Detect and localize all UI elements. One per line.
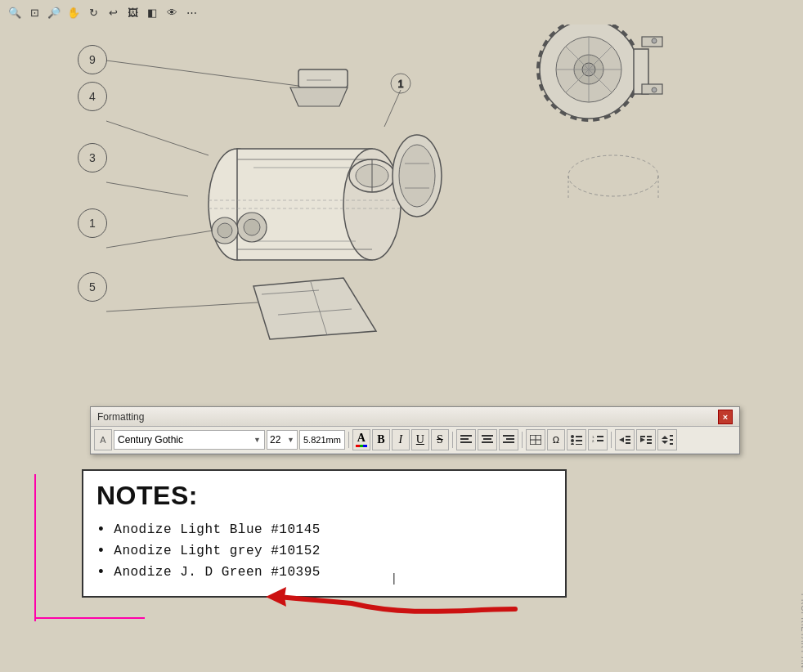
eye-icon[interactable]: 👁 xyxy=(164,4,180,20)
font-mm-display: 5.821mm xyxy=(299,430,345,450)
dialog-title: Formatting xyxy=(97,411,144,423)
svg-rect-57 xyxy=(483,438,491,440)
svg-rect-70 xyxy=(576,444,582,445)
cad-drawing: 1 xyxy=(0,25,803,396)
text-color-bar-icon xyxy=(356,445,367,447)
insert-table-button[interactable] xyxy=(526,429,545,450)
image-icon[interactable]: 🖼 xyxy=(124,4,141,20)
balloon-1: 1 xyxy=(78,208,107,238)
text-color-a-label: A xyxy=(357,432,366,444)
svg-rect-88 xyxy=(670,443,673,445)
svg-rect-74 xyxy=(597,440,603,441)
dialog-titlebar: Formatting × xyxy=(91,407,739,427)
svg-point-69 xyxy=(571,443,574,445)
svg-rect-59 xyxy=(503,435,514,437)
strikethrough-button[interactable]: S xyxy=(431,429,449,450)
watermark: PROPRIETARY AN xyxy=(800,594,803,669)
bullets-icon xyxy=(571,435,582,445)
font-size-dropdown[interactable]: 22 ▼ xyxy=(267,430,298,450)
separator-3 xyxy=(522,432,523,448)
border-line-horizontal xyxy=(34,617,145,619)
balloon-3: 3 xyxy=(78,143,107,172)
svg-point-41 xyxy=(652,87,657,92)
font-name-dropdown[interactable]: Century Gothic ▼ xyxy=(114,430,265,450)
svg-rect-53 xyxy=(460,435,472,437)
align-right-icon xyxy=(503,435,514,445)
zoom-realtime-icon[interactable]: 🔍 xyxy=(7,4,23,20)
line-spacing-button[interactable] xyxy=(657,429,677,450)
more-icon[interactable]: ⋯ xyxy=(183,4,200,20)
svg-rect-66 xyxy=(576,436,582,437)
symbols-button[interactable]: Ω xyxy=(547,429,565,450)
svg-rect-54 xyxy=(460,438,469,440)
svg-marker-85 xyxy=(662,441,668,444)
svg-rect-81 xyxy=(647,436,652,437)
align-left-button[interactable] xyxy=(456,429,476,450)
orbit-icon[interactable]: ↻ xyxy=(85,4,101,20)
decrease-indent-button[interactable] xyxy=(615,429,635,450)
svg-rect-83 xyxy=(647,442,652,444)
svg-rect-68 xyxy=(576,440,582,441)
svg-point-67 xyxy=(571,439,574,442)
pan-icon[interactable]: ✋ xyxy=(65,4,82,20)
svg-point-14 xyxy=(399,145,435,207)
svg-point-65 xyxy=(571,435,574,438)
increase-indent-icon xyxy=(640,435,652,445)
toolbar: 🔍 ⊡ 🔎 ✋ ↻ ↩ 🖼 ◧ 👁 ⋯ xyxy=(0,0,803,25)
notes-title: NOTES: xyxy=(96,481,552,511)
dialog-close-button[interactable]: × xyxy=(718,410,733,424)
formatting-dialog: Formatting × A Century Gothic ▼ 22 ▼ 5.8… xyxy=(90,406,740,455)
bold-button[interactable]: B xyxy=(372,429,390,450)
svg-rect-61 xyxy=(503,441,514,443)
svg-rect-78 xyxy=(626,442,630,444)
view-icon[interactable]: ◧ xyxy=(144,4,160,20)
separator-1 xyxy=(348,432,349,448)
list-item: Anodize Light Blue #10145 xyxy=(96,519,552,540)
zoom-window-icon[interactable]: ⊡ xyxy=(26,4,43,20)
svg-marker-89 xyxy=(266,587,286,607)
svg-rect-58 xyxy=(482,441,493,443)
align-center-icon xyxy=(482,435,493,445)
svg-rect-80 xyxy=(640,436,645,437)
align-left-icon xyxy=(460,435,472,445)
svg-marker-79 xyxy=(640,437,645,442)
balloon-4: 4 xyxy=(78,82,107,111)
balloon-5: 9 xyxy=(78,45,107,74)
border-line-vertical xyxy=(34,474,36,621)
text-color-button[interactable]: A xyxy=(352,429,370,450)
italic-button[interactable]: I xyxy=(392,429,410,450)
svg-point-21 xyxy=(244,219,260,235)
svg-rect-77 xyxy=(626,439,630,441)
font-dropdown-arrow-icon: ▼ xyxy=(253,436,261,444)
separator-2 xyxy=(452,432,453,448)
increase-indent-button[interactable] xyxy=(636,429,656,450)
svg-rect-17 xyxy=(298,69,348,87)
svg-rect-87 xyxy=(670,439,673,441)
svg-rect-55 xyxy=(460,441,472,443)
align-center-button[interactable] xyxy=(478,429,497,450)
numbered-list-button[interactable]: 1. 2. xyxy=(588,429,608,450)
underline-button[interactable]: U xyxy=(411,429,429,450)
insert-table-icon xyxy=(530,435,541,445)
separator-4 xyxy=(611,432,612,448)
arrow-annotation xyxy=(262,572,540,634)
svg-rect-76 xyxy=(626,436,630,437)
svg-marker-18 xyxy=(290,87,348,106)
svg-rect-60 xyxy=(506,438,514,440)
svg-text:1: 1 xyxy=(398,78,404,90)
bullets-button[interactable] xyxy=(567,429,586,450)
undo-icon[interactable]: ↩ xyxy=(105,4,121,20)
svg-rect-82 xyxy=(647,439,652,441)
zoom-out-icon[interactable]: 🔎 xyxy=(46,4,62,20)
svg-point-40 xyxy=(652,38,657,43)
svg-marker-75 xyxy=(619,437,624,442)
svg-rect-72 xyxy=(597,436,603,437)
numbered-list-icon: 1. 2. xyxy=(592,435,603,445)
decrease-indent-icon xyxy=(619,435,630,445)
list-item: Anodize Light grey #10152 xyxy=(96,540,552,562)
align-right-button[interactable] xyxy=(499,429,518,450)
font-style-icon: A xyxy=(94,429,112,450)
svg-rect-56 xyxy=(482,435,493,437)
balloon-9: 5 xyxy=(78,272,107,302)
svg-text:2.: 2. xyxy=(592,439,594,443)
